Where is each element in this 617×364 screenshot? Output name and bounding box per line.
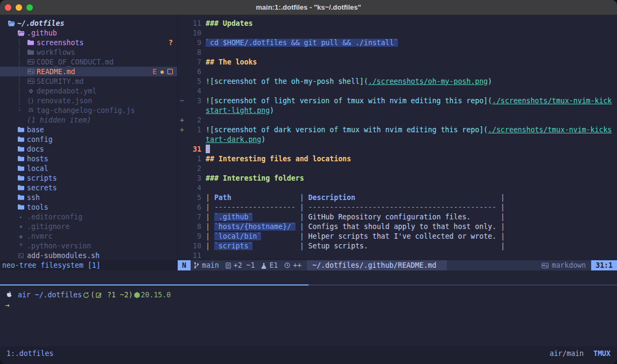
- line-number: 1: [186, 126, 201, 134]
- indent-guide: │: [16, 87, 26, 95]
- syntax-segment: |: [253, 213, 308, 221]
- tree-item-code-of-conduct.md[interactable]: │CODE_OF_CONDUCT.md: [0, 57, 177, 67]
- tree-item--1-hidden-item-[interactable]: (1 hidden item): [0, 115, 177, 125]
- tree-item-.gitignore[interactable]: ◆.gitignore: [0, 222, 177, 231]
- editor-line[interactable]: 6| ------------------- | ---------------…: [178, 202, 617, 212]
- prompt-hostname: air: [18, 290, 31, 300]
- line-number: 3: [186, 174, 201, 182]
- tree-item-label: .editorconfig: [27, 213, 82, 221]
- tree-item-label: .github: [27, 29, 57, 37]
- editor-line[interactable]: 4: [178, 86, 617, 96]
- statusline-right: markdown 31:1: [536, 260, 617, 270]
- git-diff-counts: +2 ~1: [234, 261, 255, 269]
- tree-item-scripts[interactable]: scripts: [0, 173, 177, 183]
- editor-line[interactable]: 3### Interesting folders: [178, 173, 617, 183]
- editor-line[interactable]: 11### Updates: [178, 18, 617, 28]
- shell-pane[interactable]: air ~/.dotfiles ( ?1 ~2) 20.15.0 →: [0, 286, 617, 346]
- tree-item-tools[interactable]: tools: [0, 202, 177, 212]
- tmux-status-right: air/main TMUX: [550, 349, 611, 358]
- editor-line[interactable]: 8| `hosts/{hostname}/` | Configs that sh…: [178, 222, 617, 231]
- tree-item-label: screenshots: [37, 39, 83, 47]
- syntax-segment: |: [496, 232, 505, 240]
- folder-open-icon: [16, 30, 26, 36]
- editor-line[interactable]: 4: [178, 183, 617, 192]
- tree-item-label: secrets: [27, 184, 57, 192]
- tree-item-local[interactable]: local: [0, 163, 177, 173]
- editor-line[interactable]: 7| `.github` | GitHub Repository configu…: [178, 212, 617, 222]
- tree-item-add-submodules.sh[interactable]: add-submodules.sh: [0, 251, 177, 260]
- tree-item-label: README.md: [37, 68, 75, 76]
- syntax-segment: `: [214, 213, 219, 221]
- folder-icon: [16, 137, 26, 142]
- folder-icon: [16, 185, 26, 190]
- syntax-segment: |: [206, 213, 214, 221]
- editor-line[interactable]: 9| `local/bin` | Helper scripts that I'v…: [178, 231, 617, 241]
- neotree-file-list: ~/.dotfiles.github│screenshots?│workflow…: [0, 15, 177, 260]
- editor-line[interactable]: 7## The looks: [178, 57, 617, 67]
- tree-item-ssh[interactable]: ssh: [0, 192, 177, 202]
- line-number: 3: [186, 97, 201, 105]
- editor-pane: 11### Updates109`cd $HOME/.dotfiles && g…: [177, 15, 617, 270]
- tree-item-.github[interactable]: .github: [0, 28, 177, 38]
- editor-line[interactable]: 2: [178, 163, 617, 173]
- tree-item-tag-changelog-config.js[interactable]: └JStag-changelog-config.js: [0, 105, 177, 115]
- editor-line[interactable]: 1## Interesting files and locations: [178, 154, 617, 163]
- tree-item-dependabot.yml[interactable]: │dependabot.yml: [0, 86, 177, 96]
- syntax-segment: |: [496, 223, 505, 231]
- tree-item-readme.md[interactable]: │README.mdE●: [0, 67, 177, 76]
- shell-input-line[interactable]: →: [5, 300, 612, 310]
- editor-line[interactable]: 10| `scripts` | Setup scripts. |: [178, 241, 617, 251]
- tree-item-renovate.json[interactable]: │{}renovate.json: [0, 96, 177, 105]
- tree-item-base[interactable]: base: [0, 125, 177, 134]
- tmux-window-tab[interactable]: 1:.dotfiles: [6, 349, 53, 358]
- editor-buffer: 11### Updates109`cd $HOME/.dotfiles && g…: [178, 15, 617, 260]
- editor-line[interactable]: 10: [178, 28, 617, 38]
- line-text: ## Interesting files and locations: [206, 155, 351, 163]
- syntax-segment: |: [206, 242, 214, 250]
- syntax-segment: ![screenshot of light version of tmux wi…: [206, 97, 492, 105]
- minimize-button[interactable]: [16, 4, 22, 11]
- tmux-status-bar: 1:.dotfiles air/main TMUX: [0, 346, 617, 364]
- tree-item-security.md[interactable]: │SECURITY.md: [0, 76, 177, 86]
- tmux-pane-separator[interactable]: [0, 284, 617, 286]
- syntax-segment: ./screenshots/tmux-nvim-kick: [492, 97, 612, 105]
- git-branch-icon: [194, 262, 199, 269]
- tree-item-.python-version[interactable]: *.python-version: [0, 241, 177, 251]
- tree-item-secrets[interactable]: secrets: [0, 183, 177, 192]
- editor-line[interactable]: 8: [178, 47, 617, 57]
- line-number: 5: [186, 77, 201, 85]
- tree-item--.dotfiles[interactable]: ~/.dotfiles: [0, 18, 177, 28]
- close-button[interactable]: [5, 4, 11, 11]
- editor-line[interactable]: 31: [178, 144, 617, 154]
- traffic-lights: [5, 4, 33, 11]
- editor-line[interactable]: 6: [178, 67, 617, 76]
- tree-item-badges: E●: [152, 68, 177, 76]
- editor-line[interactable]: ~3![screenshot of light version of tmux …: [178, 96, 617, 105]
- editor-line[interactable]: 11: [178, 251, 617, 260]
- editor-line[interactable]: start-light.png): [178, 105, 617, 115]
- tree-item-hosts[interactable]: hosts: [0, 154, 177, 163]
- editor-line[interactable]: tart-dark.png): [178, 134, 617, 144]
- folder-icon: [16, 166, 26, 171]
- syntax-segment: `: [394, 39, 398, 47]
- editor-line[interactable]: 5![screenshot of the oh-my-posh shell](.…: [178, 76, 617, 86]
- line-number: 10: [186, 242, 201, 250]
- tree-item-config[interactable]: config: [0, 134, 177, 144]
- editor-line[interactable]: +1![screenshot of dark version of tmux w…: [178, 125, 617, 134]
- line-text: | ------------------- | ----------------…: [206, 203, 505, 211]
- syntax-segment: |: [368, 242, 505, 250]
- tree-item-screenshots[interactable]: │screenshots?: [0, 38, 177, 47]
- zoom-button[interactable]: [26, 4, 33, 11]
- editor-line[interactable]: 9`cd $HOME/.dotfiles && git pull && ./in…: [178, 38, 617, 47]
- syntax-segment: |: [232, 194, 308, 202]
- tree-item-docs[interactable]: docs: [0, 144, 177, 154]
- syntax-segment: |: [261, 232, 308, 240]
- tree-item-.editorconfig[interactable]: ▸.editorconfig: [0, 212, 177, 222]
- tree-item-.nvmrc[interactable]: ◉.nvmrc: [0, 231, 177, 241]
- folder-icon: [16, 195, 26, 200]
- line-text: [206, 145, 210, 153]
- tree-item-workflows[interactable]: │workflows: [0, 47, 177, 57]
- editor-line[interactable]: 5| Path | Description |: [178, 192, 617, 202]
- editor-line[interactable]: +2: [178, 115, 617, 125]
- line-number: 4: [186, 87, 201, 95]
